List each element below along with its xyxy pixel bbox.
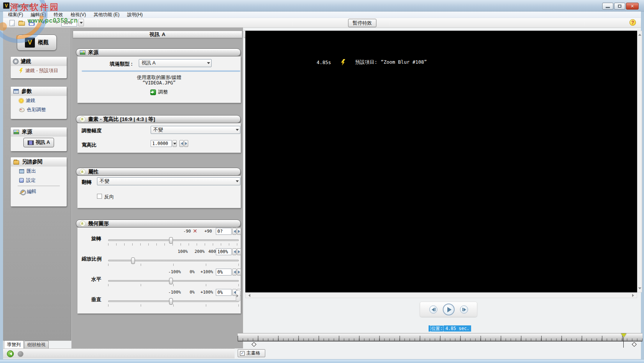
close-button[interactable]: ✕: [626, 3, 639, 10]
reset-x-icon[interactable]: ✕: [193, 228, 197, 234]
sun-icon: [19, 99, 23, 103]
spin-right-button[interactable]: [237, 228, 241, 235]
sidebar-item-label: 濾鏡 - 預設項目: [25, 68, 58, 74]
overview-button[interactable]: V 概觀: [17, 35, 57, 51]
help-icon[interactable]: ?: [629, 19, 636, 26]
scale-mark-100: 100%: [172, 249, 188, 254]
back-button[interactable]: [7, 350, 14, 357]
aspect-dropdown-button[interactable]: [172, 140, 177, 147]
scale-slider[interactable]: [108, 260, 239, 261]
spin-right-button[interactable]: [237, 248, 241, 255]
image-icon: [13, 130, 19, 134]
tab-navigator[interactable]: 導覽列: [4, 340, 24, 348]
sidebar-item-label: 色彩調整: [27, 107, 46, 113]
sidebar-item-filter[interactable]: 濾鏡: [11, 96, 67, 105]
navigation-sidebar: V 概觀 濾鏡 濾鏡 - 預設項目 參數 濾鏡 色彩調整 來源: [3, 28, 71, 341]
new-button[interactable]: [8, 19, 16, 27]
vertical-value-input[interactable]: [216, 289, 232, 296]
step-back-button[interactable]: [429, 305, 437, 314]
geometry-group-body: -90 ✕ +90 旋轉 100% 200% 400% 縮放比例 -100% 0…: [77, 228, 241, 314]
slider-thumb[interactable]: [131, 257, 135, 264]
menu-effects[interactable]: 特效: [50, 11, 66, 18]
pause-effect-button[interactable]: 暫停特效: [348, 19, 376, 27]
parameter-section-header: 參數: [11, 87, 67, 96]
collapse-chevron-icon[interactable]: «: [80, 116, 85, 122]
spin-right-button[interactable]: [237, 269, 241, 276]
collapse-chevron-icon[interactable]: «: [80, 169, 85, 175]
spin-left-button[interactable]: [232, 248, 237, 255]
green-arrow-icon: [150, 89, 156, 95]
keyframe-checkbox[interactable]: ✓: [240, 351, 245, 356]
undo-button[interactable]: ↶: [40, 19, 49, 27]
preview-vertical-scrollbar[interactable]: [637, 31, 642, 292]
slider-thumb[interactable]: [169, 237, 173, 244]
maximize-icon: [618, 5, 621, 8]
keyframe-label: 主畫格: [246, 350, 260, 356]
horizontal-mark-zero: 0%: [184, 269, 195, 274]
preset-label: 預設項目:: [355, 59, 378, 66]
filter-section-card: 濾鏡 濾鏡 - 預設項目: [11, 57, 67, 78]
sidebar-item-filter-preset[interactable]: 濾鏡 - 預設項目: [11, 66, 67, 75]
redo-button[interactable]: ↷: [51, 19, 60, 27]
adjust-link[interactable]: 調整: [77, 89, 241, 96]
timeline-ruler[interactable]: [238, 333, 642, 342]
menu-help[interactable]: 說明(H): [124, 11, 146, 18]
vertical-slider[interactable]: [108, 300, 239, 302]
lightning-icon: [341, 59, 345, 66]
play-button[interactable]: [443, 304, 455, 315]
scale-mode-select[interactable]: 不變: [151, 126, 240, 134]
sidebar-item-export[interactable]: 匯出: [11, 167, 67, 176]
maximize-button[interactable]: [614, 3, 625, 10]
flip-label: 翻轉: [82, 179, 92, 186]
flip-select[interactable]: 不變: [97, 177, 240, 185]
horizontal-slider[interactable]: [108, 280, 239, 282]
source-group-header[interactable]: 來源: [76, 48, 241, 56]
slider-thumb[interactable]: [169, 298, 173, 305]
collapse-chevron-icon[interactable]: «: [80, 221, 85, 226]
tab-tree-view[interactable]: 樹狀檢視: [24, 341, 49, 348]
scroll-down-icon: [638, 287, 641, 291]
scale-value-input[interactable]: [216, 248, 232, 255]
rotation-value-input[interactable]: [216, 228, 232, 235]
fill-type-select[interactable]: 視訊 A: [139, 59, 212, 67]
title-bar: V Vitascene - *: [0, 0, 644, 12]
settings-icon: ✓: [19, 178, 24, 183]
minimize-button[interactable]: [602, 3, 613, 10]
preview-horizontal-scrollbar[interactable]: [245, 293, 637, 298]
zoom-input[interactable]: 50%: [61, 19, 77, 26]
spin-left-button[interactable]: [232, 228, 237, 235]
vertical-mark-max: +100%: [196, 290, 213, 295]
horizontal-value-input[interactable]: [216, 269, 232, 276]
geometry-group-header[interactable]: « 幾何圖形: [76, 219, 241, 228]
panel-pager-button[interactable]: [236, 290, 240, 301]
sidebar-item-color-adjust[interactable]: 色彩調整: [11, 105, 67, 114]
sidebar-item-edit[interactable]: 編輯: [11, 187, 67, 196]
pixel-group-title: 畫素 - 寬高比 [16:9 | 4:3 | 等]: [88, 116, 155, 123]
horizontal-mark-max: +100%: [196, 269, 213, 274]
spin-left-button[interactable]: [179, 140, 184, 147]
spin-left-button[interactable]: [232, 269, 237, 276]
property-group-header[interactable]: « 屬性: [76, 168, 241, 176]
save-button[interactable]: [27, 19, 36, 27]
menu-view[interactable]: 檢視(V): [67, 11, 89, 18]
aspect-ratio-input[interactable]: [151, 140, 172, 147]
pixel-group-header[interactable]: « 畫素 - 寬高比 [16:9 | 4:3 | 等]: [76, 115, 241, 123]
zoom-dropdown-button[interactable]: [78, 19, 84, 26]
redo-icon: ↷: [53, 20, 58, 26]
spin-right-button[interactable]: [184, 140, 188, 147]
slider-thumb[interactable]: [169, 278, 173, 284]
forward-button-disabled[interactable]: [18, 351, 23, 357]
reverse-checkbox[interactable]: [97, 194, 102, 199]
open-button[interactable]: [17, 19, 26, 27]
step-forward-button[interactable]: [460, 305, 468, 314]
menu-edit[interactable]: 編輯(E): [27, 11, 49, 18]
sidebar-item-settings[interactable]: ✓ 設定: [11, 176, 67, 185]
filter-section-title: 濾鏡: [21, 58, 31, 65]
video-a-button[interactable]: 視訊 A: [23, 138, 54, 147]
menu-file[interactable]: 檔案(F): [5, 11, 26, 18]
parameter-section-card: 參數 濾鏡 色彩調整: [11, 87, 67, 119]
keyframe-toggle[interactable]: ✓ 主畫格: [238, 349, 265, 357]
menu-other[interactable]: 其他功能 (E): [90, 11, 123, 18]
playhead-icon[interactable]: [621, 333, 626, 340]
rotation-slider[interactable]: [108, 239, 239, 241]
